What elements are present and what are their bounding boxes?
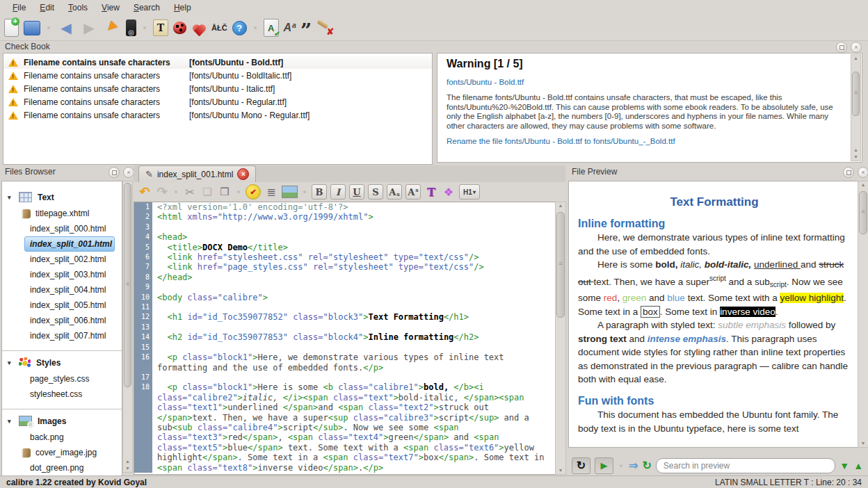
- warning-row[interactable]: Filename contains unsafe characters[font…: [3, 56, 432, 69]
- background-color-icon[interactable]: ❖: [442, 185, 456, 199]
- code-line[interactable]: 12 <h1 id="id_Toc359077852" class="block…: [134, 312, 556, 322]
- menu-tools[interactable]: Tools: [61, 1, 95, 15]
- smart-quotes-icon[interactable]: ”: [300, 15, 312, 40]
- scroll-up-icon[interactable]: ▲: [851, 55, 860, 62]
- code-line[interactable]: 13: [134, 323, 556, 332]
- find-next-icon[interactable]: ▼: [839, 460, 849, 471]
- menu-search[interactable]: Search: [127, 1, 167, 15]
- editor-tab[interactable]: ✎ index_split_001.html ×: [138, 165, 256, 182]
- warning-row[interactable]: Filename contains unsafe characters[font…: [3, 82, 432, 95]
- float-panel-icon[interactable]: [108, 167, 120, 178]
- scroll-up2-icon[interactable]: ▲: [851, 147, 860, 154]
- warning-rename-link[interactable]: Rename the file fonts/Ubuntu - Bold.ttf …: [447, 137, 844, 145]
- auto-refresh-toggle-icon[interactable]: ↻: [572, 457, 590, 474]
- file-item[interactable]: stylesheet.css: [2, 387, 122, 402]
- subscript-icon[interactable]: As: [387, 184, 402, 200]
- sync-position-icon[interactable]: ⇒: [629, 459, 638, 472]
- scrollbar-thumb[interactable]: [859, 191, 867, 234]
- manage-fonts-icon[interactable]: T: [153, 19, 168, 36]
- file-item[interactable]: titlepage.xhtml: [2, 206, 122, 221]
- scroll-up-icon[interactable]: ▲: [858, 181, 868, 188]
- strikethrough-icon[interactable]: S: [368, 184, 383, 200]
- file-item[interactable]: index_split_005.html: [2, 298, 122, 313]
- editor-scrollbar[interactable]: ▲ ▼: [555, 202, 566, 475]
- superscript-icon[interactable]: As: [405, 184, 421, 200]
- underline-icon[interactable]: U: [349, 184, 364, 200]
- warning-row[interactable]: Filename contains unsafe characters[font…: [3, 108, 432, 122]
- transform-case-icon[interactable]: Aª: [284, 19, 296, 37]
- code-line[interactable]: 1<?xml version='1.0' encoding='utf-8'?>: [134, 202, 556, 212]
- chevron-down-icon[interactable]: ▾: [8, 359, 13, 366]
- code-editor[interactable]: 1<?xml version='1.0' encoding='utf-8'?>2…: [134, 202, 556, 475]
- forward-icon[interactable]: ▶: [80, 19, 98, 37]
- copy-icon[interactable]: ❏: [200, 185, 214, 199]
- chevron-down-icon[interactable]: ▾: [8, 418, 13, 425]
- menu-file[interactable]: File: [6, 1, 33, 15]
- code-line[interactable]: 9: [134, 282, 556, 292]
- code-line[interactable]: 6 <link href="stylesheet.css" rel="style…: [134, 252, 556, 262]
- code-line[interactable]: 16 <p class="block1">Here, we demonstrat…: [134, 352, 556, 373]
- detail-scrollbar[interactable]: ▲ ▼ ▲: [851, 54, 861, 161]
- preview-scrollbar[interactable]: ▲ ▼: [858, 181, 868, 448]
- scroll-down-icon[interactable]: ▼: [851, 154, 860, 161]
- file-item[interactable]: cover_image.jpg: [2, 445, 122, 460]
- refresh-preview-icon[interactable]: ↻: [642, 459, 651, 472]
- scroll-up-icon[interactable]: ▲: [123, 458, 132, 465]
- file-item[interactable]: page_styles.css: [2, 371, 122, 387]
- find-previous-icon[interactable]: ▲: [853, 460, 863, 471]
- scroll-down-icon[interactable]: ▼: [123, 465, 132, 472]
- file-item[interactable]: index_split_000.html: [2, 221, 122, 236]
- file-item[interactable]: index_split_004.html: [2, 282, 122, 298]
- paste-icon[interactable]: ❒: [218, 185, 232, 199]
- float-panel-icon[interactable]: [836, 42, 847, 53]
- code-line[interactable]: 18 <p class="block1">Here is some <b cla…: [134, 382, 556, 473]
- section-header-styles[interactable]: ▾Styles: [2, 354, 122, 371]
- beautify-icon[interactable]: ≣: [264, 185, 278, 199]
- scroll-down-icon[interactable]: ▼: [556, 467, 565, 474]
- file-item[interactable]: index_split_001.html: [24, 236, 115, 252]
- menu-edit[interactable]: Edit: [33, 1, 61, 15]
- code-line[interactable]: 8</head>: [134, 273, 556, 282]
- section-header-images[interactable]: ▾Images: [2, 412, 122, 430]
- warning-row[interactable]: Filename contains unsafe characters[font…: [3, 95, 432, 108]
- section-header-text[interactable]: ▾Text: [2, 188, 122, 206]
- scroll-up-icon[interactable]: ▲: [556, 202, 565, 209]
- menu-help[interactable]: Help: [167, 1, 198, 15]
- code-line[interactable]: 17: [134, 373, 556, 382]
- warning-file-link[interactable]: fonts/Ubuntu - Bold.ttf: [447, 78, 844, 86]
- code-line[interactable]: 15: [134, 343, 556, 352]
- heading-level-icon[interactable]: H1▾: [459, 184, 480, 200]
- code-line[interactable]: 11: [134, 302, 556, 312]
- scrollbar-thumb[interactable]: [124, 183, 131, 387]
- tab-close-icon[interactable]: ×: [237, 168, 249, 180]
- insert-image-icon[interactable]: [282, 186, 298, 198]
- file-item[interactable]: index_split_002.html: [2, 252, 122, 267]
- close-panel-icon[interactable]: ×: [858, 167, 868, 178]
- spellcheck-icon[interactable]: A: [264, 19, 279, 37]
- file-item[interactable]: index_split_006.html: [2, 313, 122, 328]
- files-scrollbar[interactable]: ▼ ▲: [122, 181, 133, 473]
- file-item[interactable]: dot_green.png: [2, 460, 122, 475]
- cut-icon[interactable]: ✂: [183, 185, 197, 199]
- code-line[interactable]: 7 <link href="page_styles.css" rel="styl…: [134, 262, 556, 272]
- close-panel-icon[interactable]: ×: [123, 167, 134, 178]
- remove-unused-css-icon[interactable]: [316, 19, 333, 36]
- redo-icon[interactable]: ↷: [155, 185, 169, 199]
- code-line[interactable]: 4<head>: [134, 232, 556, 242]
- check-html-icon[interactable]: ✔: [246, 184, 261, 200]
- live-preview-toggle-icon[interactable]: ▶: [595, 457, 613, 474]
- preview-search-input[interactable]: [656, 458, 835, 473]
- back-icon[interactable]: ◀: [57, 19, 75, 37]
- font-color-icon[interactable]: T: [424, 185, 438, 199]
- warning-row[interactable]: Filename contains unsafe characters[font…: [3, 69, 432, 82]
- chevron-down-icon[interactable]: ▾: [8, 194, 13, 201]
- file-item[interactable]: index_split_007.html: [2, 328, 122, 343]
- special-characters-icon[interactable]: ÅŁČ: [211, 19, 227, 37]
- save-icon[interactable]: [24, 21, 40, 35]
- close-panel-icon[interactable]: ×: [851, 42, 862, 53]
- code-line[interactable]: 14 <h2 id="id_Toc359077853" class="block…: [134, 332, 556, 342]
- code-line[interactable]: 5 <title>DOCX Demo</title>: [134, 243, 556, 252]
- code-line[interactable]: 10<body class="calibre">: [134, 293, 556, 302]
- code-line[interactable]: 3: [134, 222, 556, 232]
- file-item[interactable]: index_split_003.html: [2, 267, 122, 282]
